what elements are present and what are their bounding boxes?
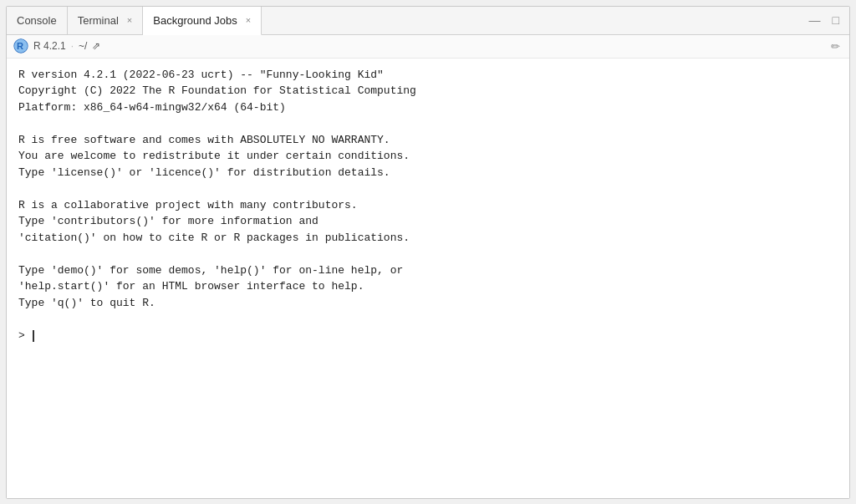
console-output[interactable]: R version 4.2.1 (2022-06-23 ucrt) -- "Fu… <box>7 59 849 498</box>
console-toolbar: R R 4.2.1 · ~/ ⇗ ✏ <box>7 35 849 59</box>
svg-text:R: R <box>17 41 23 51</box>
tab-terminal-close[interactable]: × <box>127 16 132 25</box>
minimize-button[interactable]: — <box>806 13 824 28</box>
tab-console[interactable]: Console <box>7 7 68 34</box>
r-logo-icon: R <box>13 38 28 53</box>
maximize-button[interactable]: □ <box>829 13 843 28</box>
rstudio-panel: Console Terminal × Background Jobs × — □… <box>6 6 850 499</box>
tab-background-jobs-close[interactable]: × <box>246 16 251 25</box>
tab-terminal[interactable]: Terminal × <box>68 7 144 34</box>
tab-spacer <box>262 7 798 34</box>
r-version-label: R 4.2.1 <box>33 40 66 52</box>
working-dir-label: ~/ <box>79 40 87 52</box>
toolbar-separator: · <box>71 40 74 52</box>
tab-background-jobs-label: Background Jobs <box>153 14 237 27</box>
brush-icon-button[interactable]: ✏ <box>828 39 843 53</box>
toolbar-right: ✏ <box>828 38 843 53</box>
working-dir-arrow: ⇗ <box>92 40 100 52</box>
tab-console-label: Console <box>17 14 57 27</box>
tab-terminal-label: Terminal <box>78 14 119 27</box>
console-cursor <box>33 330 34 342</box>
tab-bar: Console Terminal × Background Jobs × — □ <box>7 7 849 35</box>
tab-actions: — □ <box>799 7 849 34</box>
tab-background-jobs[interactable]: Background Jobs × <box>143 7 262 35</box>
